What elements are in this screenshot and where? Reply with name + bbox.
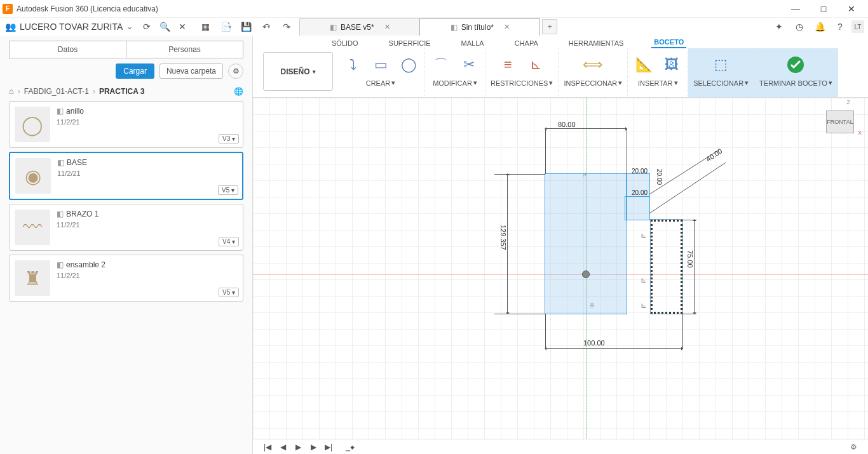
upload-button[interactable]: Cargar — [116, 63, 154, 79]
tab-personas[interactable]: Personas — [126, 41, 243, 58]
dimension-extent — [682, 220, 696, 220]
timeline-play-button[interactable]: ▶ — [292, 441, 304, 453]
cube-icon: ◧ — [57, 210, 64, 218]
file-card[interactable]: ◉ ◧BASE 11/2/21 V5 ▾ — [9, 152, 243, 200]
team-dropdown[interactable]: 👥 LUCERO TOVAR ZURITA ⌄ — [0, 18, 138, 36]
version-dropdown[interactable]: V5 ▾ — [219, 288, 239, 297]
insert-derive-button[interactable]: 📐 — [633, 54, 654, 76]
new-folder-button[interactable]: Nueva carpeta — [159, 63, 223, 79]
measure-tool-button[interactable]: ⟺ — [582, 54, 604, 76]
extensions-button[interactable]: ✦ — [770, 18, 788, 36]
workspace-dropdown[interactable]: DISEÑO▾ — [263, 52, 333, 91]
select-tool-button[interactable]: ⬚ — [710, 54, 732, 76]
version-dropdown[interactable]: V4 ▾ — [219, 237, 239, 246]
ribbon-label[interactable]: SELECCIONAR ▾ — [693, 79, 749, 87]
dimension-extent — [545, 128, 546, 174]
fillet-tool-button[interactable]: ⌒ — [430, 54, 452, 76]
ribbon-label[interactable]: TERMINAR BOCETO ▾ — [759, 79, 832, 87]
timeline-start-button[interactable]: |◀ — [262, 441, 273, 453]
dimension-line — [694, 220, 695, 314]
document-tab[interactable]: ◧ Sin título* ✕ — [419, 18, 540, 36]
ws-tab-malla[interactable]: MALLA — [459, 38, 487, 48]
horizontal-constraint-button[interactable]: ≡ — [497, 54, 519, 76]
file-card[interactable]: 〰 ◧BRAZO 1 11/2/21 V4 ▾ — [9, 204, 243, 251]
timeline-end-button[interactable]: ▶| — [323, 441, 334, 453]
ribbon-label[interactable]: CREAR ▾ — [366, 79, 396, 87]
notifications-button[interactable]: 🔔 — [811, 18, 829, 36]
globe-icon[interactable]: 🌐 — [234, 87, 243, 96]
dimension-label[interactable]: 20.00 — [632, 189, 648, 196]
grid-apps-button[interactable]: ▦ — [196, 18, 214, 36]
ribbon-label[interactable]: INSPECCIONAR ▾ — [564, 79, 622, 87]
perpendicular-constraint-icon: ⊾ — [641, 276, 647, 284]
perpendicular-constraint-button[interactable]: ⊾ — [525, 54, 546, 76]
home-icon[interactable]: ⌂ — [9, 86, 14, 96]
timeline-next-button[interactable]: ▶ — [308, 441, 319, 453]
ws-tab-boceto[interactable]: BOCETO — [651, 37, 686, 48]
dimension-label[interactable]: 100.00 — [583, 339, 605, 347]
file-date: 11/2/21 — [57, 272, 105, 279]
search-button[interactable]: 🔍 — [156, 18, 173, 36]
viewcube-face[interactable]: FRONTAL — [826, 110, 854, 133]
panel-close-button[interactable]: ✕ — [173, 18, 191, 36]
line-tool-button[interactable]: ⤵ — [342, 54, 363, 76]
tab-close-button[interactable]: ✕ — [504, 23, 510, 31]
dimension-label[interactable]: 20.00 — [632, 168, 648, 175]
sketch-center-point[interactable] — [582, 270, 590, 278]
job-status-button[interactable]: ◷ — [790, 18, 808, 36]
version-dropdown[interactable]: V3 ▾ — [219, 134, 239, 144]
tab-close-button[interactable]: ✕ — [384, 23, 390, 31]
ws-tab-superficie[interactable]: SUPERFICIE — [386, 38, 433, 48]
file-card[interactable]: ♜ ◧ensamble 2 11/2/21 V5 ▾ — [9, 255, 243, 302]
circle-tool-button[interactable]: ◯ — [398, 54, 419, 76]
document-tab[interactable]: ◧ BASE v5* ✕ — [299, 18, 420, 36]
timeline-settings-button[interactable]: ⚙ — [848, 441, 859, 453]
finish-sketch-button[interactable] — [785, 54, 806, 76]
ws-tab-herramientas[interactable]: HERRAMIENTAS — [566, 38, 627, 48]
window-minimize-button[interactable]: — — [782, 0, 810, 18]
ws-tab-solido[interactable]: SÓLIDO — [329, 38, 361, 48]
canvas-viewport[interactable]: 〃 ⊾ ⊾ ⊾ ≡ 80.00 20.00 20.00 20.00 40.00 … — [253, 98, 868, 439]
dimension-label[interactable]: 129.357 — [499, 225, 507, 250]
ws-tab-chapa[interactable]: CHAPA — [512, 38, 541, 48]
redo-button[interactable]: ↷▾ — [278, 18, 295, 36]
ribbon-label[interactable]: MODIFICAR ▾ — [433, 79, 477, 87]
dimension-label[interactable]: 20.00 — [656, 169, 663, 185]
file-card[interactable]: ◯ ◧anillo 11/2/21 V3 ▾ — [9, 101, 243, 148]
timeline-marker[interactable]: ⎯◆ — [344, 441, 356, 453]
insert-image-button[interactable]: 🖼 — [661, 54, 682, 76]
dimension-label[interactable]: 75.00 — [686, 250, 694, 268]
trim-tool-button[interactable]: ✂ — [458, 54, 480, 76]
cube-icon: ◧ — [57, 260, 64, 269]
ribbon-group-inspeccionar: ⟺ INSPECCIONAR ▾ — [559, 48, 628, 97]
dimension-label[interactable]: 80.00 — [558, 121, 576, 128]
window-close-button[interactable]: ✕ — [837, 0, 865, 18]
file-date: 11/2/21 — [57, 170, 87, 177]
breadcrumb-item[interactable]: FABDIG_01-ACT-1 — [24, 87, 89, 96]
rectangle-tool-button[interactable]: ▭ — [370, 54, 391, 76]
user-avatar[interactable]: LT — [851, 20, 864, 33]
tab-datos[interactable]: Datos — [9, 41, 126, 58]
sketch-rect-small[interactable] — [625, 197, 649, 220]
undo-button[interactable]: ↶▾ — [257, 18, 275, 36]
dimension-extent — [627, 128, 627, 174]
sketch-rect-main[interactable] — [545, 174, 627, 314]
ribbon-label[interactable]: INSERTAR ▾ — [638, 79, 678, 87]
refresh-button[interactable]: ⟳ — [138, 18, 156, 36]
window-maximize-button[interactable]: □ — [810, 0, 837, 18]
breadcrumb-item[interactable]: PRACTICA 3 — [99, 87, 145, 96]
help-button[interactable]: ? — [831, 18, 849, 36]
file-menu-button[interactable]: 📄▾ — [217, 18, 234, 36]
new-tab-button[interactable]: + — [542, 19, 557, 34]
dimension-line — [545, 348, 682, 349]
timeline-prev-button[interactable]: ◀ — [277, 441, 288, 453]
view-cube[interactable]: Z FRONTAL X — [822, 102, 859, 138]
version-dropdown[interactable]: V5 ▾ — [218, 185, 238, 195]
sketch-geometry[interactable]: 〃 ⊾ ⊾ ⊾ ≡ — [545, 174, 685, 314]
ribbon-label[interactable]: RESTRICCIONES ▾ — [491, 79, 553, 87]
file-date: 11/2/21 — [57, 118, 84, 126]
ribbon-group-crear: ⤵ ▭ ◯ CREAR ▾ — [337, 48, 425, 97]
save-button[interactable]: 💾 — [237, 18, 255, 36]
panel-settings-button[interactable]: ⚙ — [228, 63, 243, 79]
breadcrumb-separator: › — [93, 87, 95, 96]
